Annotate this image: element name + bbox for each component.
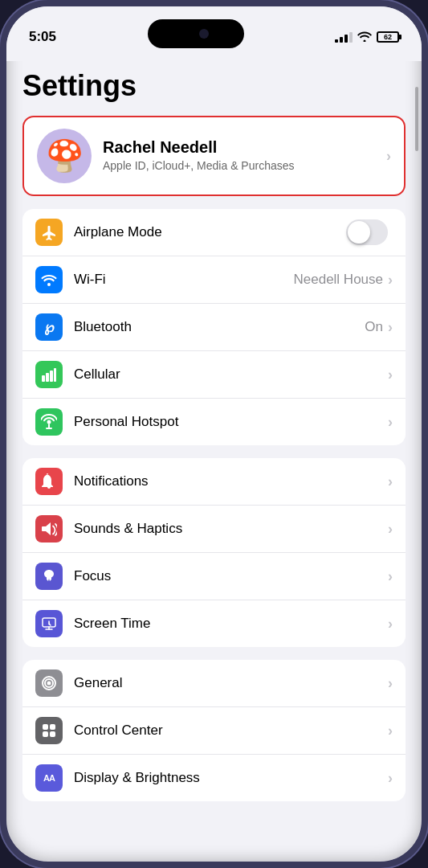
signal-bar-1 <box>335 39 338 43</box>
sounds-haptics-icon <box>35 515 63 542</box>
profile-name: Rachel Needell <box>103 138 386 157</box>
connectivity-group: Airplane Mode Wi-Fi Needell House › <box>22 209 406 445</box>
general-icon <box>35 669 63 697</box>
svg-rect-3 <box>54 368 56 382</box>
general-chevron: › <box>388 675 393 692</box>
scrollbar-thumb <box>415 87 418 151</box>
bluetooth-item[interactable]: ℘ Bluetooth On › <box>22 304 406 351</box>
signal-bar-2 <box>340 37 343 43</box>
notifications-label: Notifications <box>74 473 388 489</box>
bluetooth-icon: ℘ <box>35 313 63 341</box>
svg-rect-2 <box>50 371 53 382</box>
screen-time-chevron: › <box>388 616 393 633</box>
status-bar: 5:05 62 <box>6 6 422 61</box>
signal-bars-icon <box>335 31 353 43</box>
volume-up-button[interactable] <box>0 215 2 272</box>
screen-time-label: Screen Time <box>74 616 388 632</box>
sounds-haptics-label: Sounds & Haptics <box>74 521 388 537</box>
personal-hotspot-label: Personal Hotspot <box>74 414 388 430</box>
volume-down-button[interactable] <box>0 284 2 340</box>
notifications-group: Notifications › Sounds & Haptics › <box>22 458 406 647</box>
control-center-chevron: › <box>388 723 393 739</box>
cellular-chevron: › <box>388 366 393 383</box>
settings-content[interactable]: Settings 🍄 Rachel Needell Apple ID, iClo… <box>6 61 422 852</box>
profile-card[interactable]: 🍄 Rachel Needell Apple ID, iCloud+, Medi… <box>22 116 406 196</box>
profile-chevron: › <box>386 148 391 165</box>
status-icons: 62 <box>335 31 399 44</box>
phone-frame: 5:05 62 Settings <box>0 0 428 868</box>
dynamic-island <box>148 19 244 48</box>
display-brightness-item[interactable]: AA Display & Brightness › <box>22 755 406 801</box>
bluetooth-label: Bluetooth <box>74 319 365 335</box>
general-item[interactable]: General › <box>22 660 406 707</box>
airplane-mode-toggle-knob <box>348 221 370 244</box>
screen-time-icon <box>35 610 63 637</box>
svg-rect-1 <box>46 373 49 382</box>
display-brightness-chevron: › <box>388 770 393 787</box>
status-time: 5:05 <box>29 29 56 45</box>
airplane-mode-icon <box>35 219 63 246</box>
wifi-value: Needell House <box>293 272 383 288</box>
focus-chevron: › <box>388 568 393 585</box>
sounds-haptics-chevron: › <box>388 521 393 538</box>
notifications-chevron: › <box>388 473 393 490</box>
control-center-icon <box>35 717 63 744</box>
profile-subtitle: Apple ID, iCloud+, Media & Purchases <box>103 158 386 173</box>
personal-hotspot-icon <box>35 408 63 436</box>
personal-hotspot-item[interactable]: Personal Hotspot › <box>22 399 406 445</box>
wifi-chevron: › <box>388 272 393 289</box>
display-brightness-icon: AA <box>35 764 63 792</box>
svg-rect-0 <box>42 375 45 382</box>
general-label: General <box>74 675 388 691</box>
bluetooth-value: On <box>365 319 383 335</box>
control-center-item[interactable]: Control Center › <box>22 707 406 755</box>
cellular-item[interactable]: Cellular › <box>22 351 406 399</box>
personal-hotspot-chevron: › <box>388 414 393 431</box>
svg-rect-7 <box>50 724 55 730</box>
notifications-icon <box>35 468 63 495</box>
signal-bar-3 <box>344 35 348 43</box>
profile-info: Rachel Needell Apple ID, iCloud+, Media … <box>103 138 386 173</box>
wifi-icon <box>357 31 372 44</box>
camera-dot <box>199 29 209 39</box>
cellular-icon <box>35 361 63 388</box>
notifications-item[interactable]: Notifications › <box>22 458 406 506</box>
wifi-item[interactable]: Wi-Fi Needell House › <box>22 256 406 304</box>
airplane-mode-label: Airplane Mode <box>74 224 346 240</box>
cellular-label: Cellular <box>74 366 388 383</box>
bluetooth-chevron: › <box>388 319 393 336</box>
sounds-haptics-item[interactable]: Sounds & Haptics › <box>22 506 406 553</box>
svg-point-4 <box>47 420 51 424</box>
signal-bar-4 <box>349 32 353 43</box>
svg-rect-9 <box>50 731 55 737</box>
focus-label: Focus <box>74 568 388 584</box>
wifi-setting-icon <box>35 266 63 293</box>
scrollbar-track <box>415 71 418 845</box>
battery-icon: 62 <box>377 31 399 43</box>
svg-rect-8 <box>43 731 48 737</box>
focus-icon <box>35 563 63 590</box>
display-brightness-label: Display & Brightness <box>74 770 388 786</box>
focus-item[interactable]: Focus › <box>22 553 406 600</box>
svg-rect-6 <box>43 724 48 730</box>
avatar: 🍄 <box>37 129 92 183</box>
control-center-label: Control Center <box>74 723 388 739</box>
general-group: General › Control Center › <box>22 660 406 801</box>
wifi-label: Wi-Fi <box>74 272 293 288</box>
screen-time-item[interactable]: Screen Time › <box>22 600 406 647</box>
airplane-mode-item[interactable]: Airplane Mode <box>22 209 406 256</box>
page-title: Settings <box>22 61 406 116</box>
airplane-mode-toggle[interactable] <box>346 219 388 245</box>
